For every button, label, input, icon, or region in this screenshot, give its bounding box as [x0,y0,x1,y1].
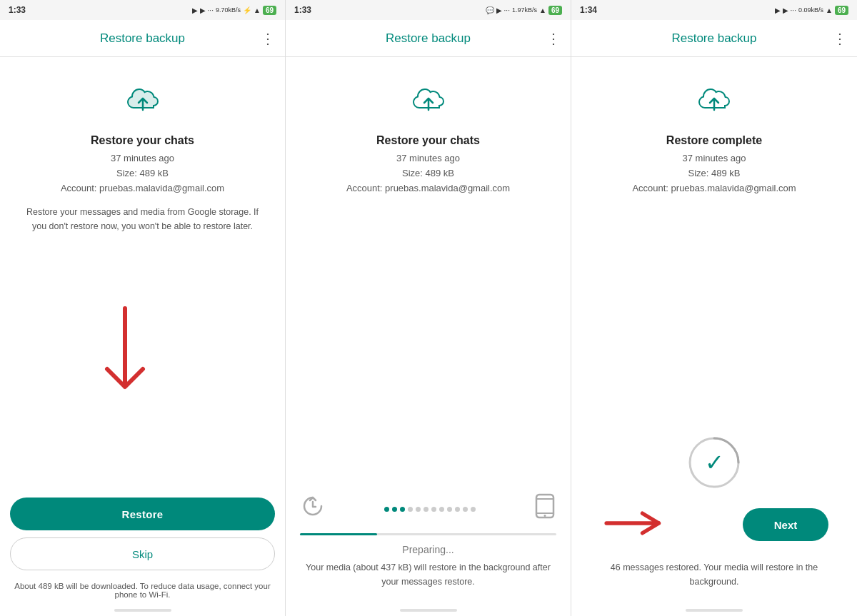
cloud-upload-icon-2 [407,79,450,124]
app-bar-2: Restore backup ⋮ [286,20,571,57]
phone-panel-3: 1:34 ▶ ▶ ··· 0.09kB/s ▲ 69 Restore backu… [571,0,857,616]
app-title-1: Restore backup [100,31,185,46]
menu-icon-3[interactable]: ⋮ [833,30,847,47]
restore-info-1: Restore your messages and media from Goo… [14,206,271,233]
backup-account-3: Account: pruebas.malavida@gmail.com [632,183,796,193]
status-icons-2: 💬 ▶ ··· 1.97kB/s ▲ 69 [486,6,562,15]
backup-title-2: Restore your chats [376,134,480,147]
red-arrow-right [600,505,678,544]
status-bar-1: 1:33 ▶ ▶ ··· 9.70kB/s ⚡ ▲ 69 [0,0,285,20]
play-icon-1: ▶ [192,6,198,14]
cloud-upload-icon-3 [693,79,736,124]
play-icon-2: ▶ [200,6,206,14]
media-restore-note: Your media (about 437 kB) will restore i… [300,561,556,589]
dot-11 [463,507,468,512]
status-time-3: 1:34 [580,5,597,15]
svg-point-5 [544,515,546,517]
skip-button[interactable]: Skip [10,537,275,570]
backup-title-3: Restore complete [666,134,762,147]
network-icon-2: 1.97kB/s [512,6,537,14]
battery-1: 69 [263,6,276,15]
backup-size-3: Size: 489 kB [688,168,741,178]
app-title-2: Restore backup [386,31,471,46]
backup-meta-3: 37 minutes ago Size: 489 kB Account: pru… [632,151,796,196]
status-time-2: 1:33 [294,5,311,15]
phone-panel-1: 1:33 ▶ ▶ ··· 9.70kB/s ⚡ ▲ 69 Restore bac… [0,0,286,616]
app-bar-3: Restore backup ⋮ [571,20,857,57]
progress-bar-wrap [300,533,556,535]
panel-content-3-top: Restore complete 37 minutes ago Size: 48… [571,57,857,203]
next-area-3: ✓ Next 46 messages restored. Your media … [571,203,857,603]
history-icon [300,493,326,525]
status-icons-3: ▶ ▶ ··· 0.09kB/s ▲ 69 [775,6,848,15]
battery-3: 69 [835,6,848,15]
dots-icon-2: ··· [504,6,510,14]
backup-meta-2: 37 minutes ago Size: 489 kB Account: pru… [346,151,510,196]
svg-rect-2 [536,495,553,517]
dots-icon-3: ··· [791,6,796,14]
backup-size-1: Size: 489 kB [116,168,169,178]
next-button[interactable]: Next [743,508,828,541]
status-icons-1: ▶ ▶ ··· 9.70kB/s ⚡ ▲ 69 [192,6,276,15]
dot-6 [424,507,428,512]
backup-title-1: Restore your chats [91,134,194,147]
network-icon-1: 9.70kB/s [216,6,241,14]
progress-area-2: Preparing... Your media (about 437 kB) w… [286,203,571,603]
cloud-upload-icon-1 [121,79,164,124]
dot-3 [400,507,405,512]
dots-progress [331,507,528,512]
status-bar-3: 1:34 ▶ ▶ ··· 0.09kB/s ▲ 69 [571,0,857,20]
restore-button[interactable]: Restore [10,498,275,530]
backup-time-3: 37 minutes ago [683,153,746,163]
dot-12 [471,507,476,512]
bottom-bar-2 [400,609,457,612]
phone-panel-2: 1:33 💬 ▶ ··· 1.97kB/s ▲ 69 Restore backu… [286,0,571,616]
progress-bar-fill [300,533,377,535]
app-title-3: Restore backup [671,31,756,46]
dot-2 [392,507,397,512]
menu-icon-2[interactable]: ⋮ [546,30,561,47]
network-icon-3: 0.09kB/s [798,6,823,14]
backup-meta-1: 37 minutes ago Size: 489 kB Account: pru… [61,151,224,196]
bluetooth-icon-1: ⚡ [243,6,251,14]
red-arrow-down-1 [86,301,150,418]
backup-time-2: 37 minutes ago [396,153,460,163]
wifi-icon-1: ▲ [254,6,261,14]
backup-account-1: Account: pruebas.malavida@gmail.com [61,183,224,193]
dot-10 [455,507,460,512]
bottom-bar-3 [686,609,743,612]
arrow-area-1 [14,233,271,486]
dot-9 [447,507,452,512]
battery-2: 69 [548,6,562,15]
wifi-icon-2: ▲ [539,6,546,14]
status-bar-2: 1:33 💬 ▶ ··· 1.97kB/s ▲ 69 [286,0,571,20]
arrow-right-container: Next [586,505,843,552]
backup-time-1: 37 minutes ago [111,153,174,163]
dots-icon-1: ··· [208,6,214,14]
buttons-area-1: Restore Skip [0,498,285,570]
phone-icon [533,493,556,525]
dot-1 [384,507,389,512]
dot-8 [439,507,444,512]
whatsapp-icon: 💬 [486,6,494,14]
dot-7 [431,507,436,512]
status-time-1: 1:33 [9,5,26,15]
complete-icon-wrap: ✓ [686,434,743,491]
app-bar-1: Restore backup ⋮ [0,20,285,57]
preparing-text: Preparing... [402,544,453,555]
play-icon-5: ▶ [783,6,788,14]
checkmark-icon: ✓ [705,449,724,476]
play-icon-3: ▶ [496,6,502,14]
menu-icon-1[interactable]: ⋮ [261,30,275,47]
wifi-icon-3: ▲ [826,6,833,14]
transfer-row-2 [300,493,556,525]
footer-note-1: About 489 kB will be downloaded. To redu… [0,577,285,603]
dot-5 [416,507,421,512]
bottom-bar-1 [114,609,171,612]
panel-content-1: Restore your chats 37 minutes ago Size: … [0,57,285,498]
panel-content-2-top: Restore your chats 37 minutes ago Size: … [286,57,571,203]
dot-4 [408,507,413,512]
play-icon-4: ▶ [775,6,781,14]
messages-note: 46 messages restored. Your media will re… [586,561,843,589]
backup-account-2: Account: pruebas.malavida@gmail.com [346,183,510,193]
